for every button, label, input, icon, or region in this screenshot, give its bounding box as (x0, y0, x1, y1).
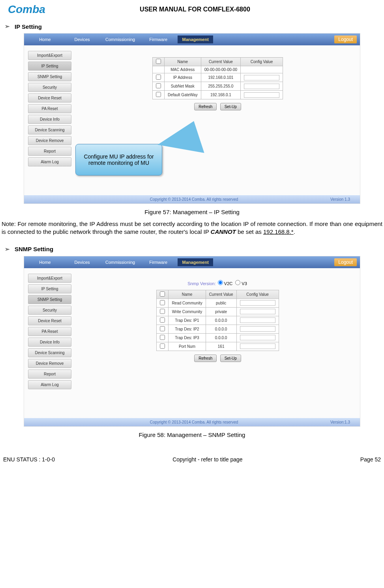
sidebar-item-report[interactable]: Report (28, 370, 71, 379)
checkbox-row[interactable] (160, 335, 165, 340)
th-name: Name (169, 290, 206, 299)
section-title: IP Setting (15, 23, 42, 30)
table-row: Trap Des: IP10.0.0.0 (157, 316, 279, 325)
table-row: Port Num161 (157, 342, 279, 351)
checkbox-row[interactable] (160, 309, 165, 314)
setup-button[interactable]: Set-Up (220, 103, 241, 110)
sidebar-item-snmp[interactable]: SNMP Setting (28, 72, 71, 81)
screenshot-ip-setting: Home Devices Commissioning Firmware Mana… (24, 33, 360, 204)
doc-title: USER MANUAL FOR COMFLEX-6800 (14, 6, 376, 13)
screenshot-footer: Copyright © 2013-2014 Comba. All rights … (24, 418, 360, 426)
checkbox-row[interactable] (160, 326, 165, 331)
sidebar: Import&Export IP Setting SNMP Setting Se… (24, 268, 75, 418)
nav-devices[interactable]: Devices (64, 258, 100, 266)
sidebar-item-ip[interactable]: IP Setting (28, 62, 71, 71)
table-row: Default GateWay 192.168.0.1 (152, 91, 283, 99)
th-name: Name (164, 58, 201, 66)
sidebar-item-alarm[interactable]: Alarm Log (28, 380, 71, 389)
config-input[interactable] (240, 309, 275, 314)
nav-home[interactable]: Home (27, 258, 63, 266)
nav-management[interactable]: Management (178, 35, 213, 43)
doc-header: Comba USER MANUAL FOR COMFLEX-6800 (0, 0, 384, 17)
th-conf: Config Value (236, 290, 279, 299)
config-input[interactable] (240, 343, 275, 349)
section-title: SNMP Setting (15, 246, 53, 252)
section-header-ip: ➢ IP Setting (5, 23, 379, 30)
sidebar-item-devrem[interactable]: Device Remove (28, 136, 71, 145)
table-row: Write Communityprivate (157, 307, 279, 316)
chevron-icon: ➢ (5, 23, 10, 30)
checkbox-all[interactable] (156, 59, 161, 64)
radio-v3[interactable] (235, 280, 240, 285)
th-cur: Current Value (206, 290, 236, 299)
chevron-icon: ➢ (5, 246, 10, 253)
checkbox-row[interactable] (160, 343, 165, 349)
sidebar: Import&Export IP Setting SNMP Setting Se… (24, 45, 75, 195)
topnav: Home Devices Commissioning Firmware Mana… (24, 256, 360, 268)
table-row: Read Communitypublic (157, 299, 279, 307)
config-input[interactable] (244, 92, 279, 98)
table-row: Trap Des: IP20.0.0.0 (157, 325, 279, 333)
config-input[interactable] (240, 317, 275, 323)
sidebar-item-import[interactable]: Import&Export (28, 274, 71, 283)
config-input[interactable] (240, 326, 275, 332)
sidebar-item-devrem[interactable]: Device Remove (28, 359, 71, 368)
note-text: Note: For remote monitoring, the IP Addr… (2, 220, 382, 236)
nav-commissioning[interactable]: Commissioning (101, 258, 139, 266)
sidebar-item-devscan[interactable]: Device Scanning (28, 125, 71, 134)
logout-button[interactable]: Logout (334, 258, 357, 266)
nav-commissioning[interactable]: Commissioning (101, 35, 139, 43)
callout-box: Configure MU IP address for remote monit… (75, 144, 162, 175)
ip-param-table: Name Current Value Config Value MAC Addr… (152, 57, 283, 99)
config-input[interactable] (244, 84, 279, 89)
sidebar-item-devinfo[interactable]: Device Info (28, 338, 71, 347)
sidebar-item-report[interactable]: Report (28, 147, 71, 156)
checkbox-row[interactable] (160, 317, 165, 323)
checkbox-row[interactable] (160, 300, 165, 305)
screenshot-footer: Copyright © 2013-2014 Comba. All rights … (24, 195, 360, 203)
sidebar-item-devscan[interactable]: Device Scanning (28, 348, 71, 357)
th-cur: Current Value (201, 58, 240, 66)
table-row: Trap Des: IP30.0.0.0 (157, 333, 279, 342)
checkbox-row[interactable] (156, 75, 161, 80)
figure-caption-2: Figure 58: Management – SNMP Setting (0, 431, 384, 438)
sidebar-item-alarm[interactable]: Alarm Log (28, 157, 71, 166)
config-input[interactable] (244, 75, 279, 80)
nav-home[interactable]: Home (27, 35, 63, 43)
setup-button[interactable]: Set-Up (220, 355, 241, 362)
nav-firmware[interactable]: Firmware (140, 35, 176, 43)
logout-button[interactable]: Logout (334, 35, 357, 43)
nav-firmware[interactable]: Firmware (140, 258, 176, 266)
sidebar-item-pareset[interactable]: PA Reset (28, 327, 71, 336)
footer-page: Page 52 (360, 456, 381, 463)
content-area: Snmp Version: V2C V3 Name Current Value … (75, 268, 360, 418)
refresh-button[interactable]: Refresh (194, 103, 217, 110)
topnav: Home Devices Commissioning Firmware Mana… (24, 34, 360, 45)
config-input[interactable] (240, 300, 275, 306)
table-row: MAC Address 00-00-00-00-00-00 (152, 66, 283, 73)
snmp-param-table: Name Current Value Config Value Read Com… (156, 290, 279, 351)
sidebar-item-reset[interactable]: Device Reset (28, 93, 71, 103)
figure-caption-1: Figure 57: Management – IP Setting (0, 209, 384, 215)
config-input[interactable] (240, 335, 275, 340)
sidebar-item-security[interactable]: Security (28, 83, 71, 92)
section-header-snmp: ➢ SNMP Setting (5, 246, 379, 253)
radio-v2c[interactable] (218, 280, 223, 285)
table-row: IP Address 192.168.0.101 (152, 73, 283, 82)
sidebar-item-security[interactable]: Security (28, 306, 71, 315)
refresh-button[interactable]: Refresh (194, 355, 217, 362)
nav-management[interactable]: Management (178, 258, 213, 266)
sidebar-item-ip[interactable]: IP Setting (28, 284, 71, 293)
sidebar-item-import[interactable]: Import&Export (28, 51, 71, 60)
snmp-version-row: Snmp Version: V2C V3 (83, 280, 352, 286)
sidebar-item-devinfo[interactable]: Device Info (28, 115, 71, 124)
checkbox-row[interactable] (156, 83, 161, 88)
sidebar-item-snmp[interactable]: SNMP Setting (28, 295, 71, 304)
screenshot-snmp-setting: Home Devices Commissioning Firmware Mana… (24, 256, 360, 427)
footer-status: ENU STATUS : 1-0-0 (3, 456, 55, 463)
checkbox-row[interactable] (156, 92, 161, 97)
checkbox-all[interactable] (160, 291, 165, 297)
sidebar-item-reset[interactable]: Device Reset (28, 316, 71, 325)
sidebar-item-pareset[interactable]: PA Reset (28, 104, 71, 113)
nav-devices[interactable]: Devices (64, 35, 100, 43)
